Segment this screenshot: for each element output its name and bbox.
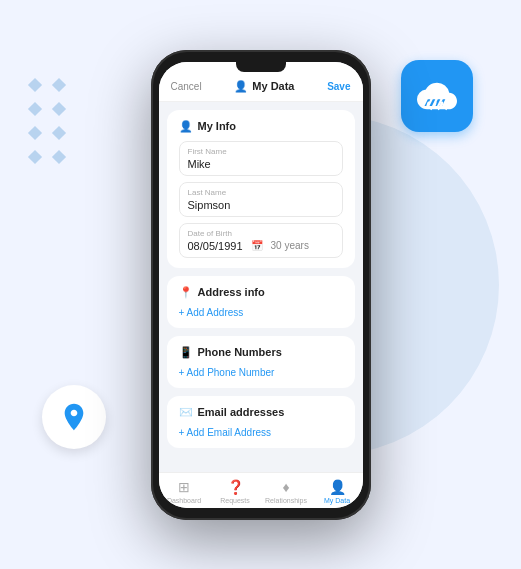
calendar-icon: 📅 xyxy=(251,240,263,251)
nav-item-dashboard[interactable]: ⊞ Dashboard xyxy=(159,479,210,504)
nav-item-relationships[interactable]: ♦ Relationships xyxy=(261,479,312,504)
bottom-nav: ⊞ Dashboard ❓ Requests ♦ Relationships 👤… xyxy=(159,472,363,508)
save-button[interactable]: Save xyxy=(327,81,350,92)
dob-field[interactable]: Date of Birth 08/05/1991 📅 30 years xyxy=(179,223,343,258)
svg-point-5 xyxy=(445,109,447,111)
diamond-3 xyxy=(28,102,42,116)
first-name-value: Mike xyxy=(188,158,334,170)
dashboard-icon: ⊞ xyxy=(178,479,190,495)
dob-label: Date of Birth xyxy=(188,229,334,238)
email-title: Email addresses xyxy=(198,406,285,418)
last-name-value: Sipmson xyxy=(188,199,334,211)
person-section-icon: 👤 xyxy=(179,120,193,133)
add-phone-button[interactable]: + Add Phone Number xyxy=(179,367,343,378)
phone-header: 📱 Phone Numbers xyxy=(179,346,343,359)
phone-notch xyxy=(236,62,286,72)
header-title: 👤 My Data xyxy=(234,80,294,93)
phone-frame: Cancel 👤 My Data Save 👤 My Info First Na… xyxy=(151,50,371,520)
address-title: Address info xyxy=(198,286,265,298)
my-info-fields: First Name Mike Last Name Sipmson Date o… xyxy=(179,141,343,258)
phone-card: 📱 Phone Numbers + Add Phone Number xyxy=(167,336,355,388)
svg-point-1 xyxy=(430,109,432,111)
last-name-field[interactable]: Last Name Sipmson xyxy=(179,182,343,217)
email-section-icon: ✉️ xyxy=(179,406,193,419)
requests-icon: ❓ xyxy=(227,479,244,495)
diamond-4 xyxy=(52,102,66,116)
email-card: ✉️ Email addresses + Add Email Address xyxy=(167,396,355,448)
screen-content: 👤 My Info First Name Mike Last Name Sipm… xyxy=(159,102,363,472)
first-name-label: First Name xyxy=(188,147,334,156)
email-header: ✉️ Email addresses xyxy=(179,406,343,419)
first-name-field[interactable]: First Name Mike xyxy=(179,141,343,176)
page-title: My Data xyxy=(252,80,294,92)
person-icon: 👤 xyxy=(234,80,248,93)
diamond-6 xyxy=(52,126,66,140)
screen-header: Cancel 👤 My Data Save xyxy=(159,74,363,102)
svg-point-2 xyxy=(435,104,437,106)
add-address-button[interactable]: + Add Address xyxy=(179,307,343,318)
cloud-rain-icon xyxy=(417,76,457,116)
nav-label-requests: Requests xyxy=(220,497,250,504)
add-email-button[interactable]: + Add Email Address xyxy=(179,427,343,438)
address-card: 📍 Address info + Add Address xyxy=(167,276,355,328)
location-pin-icon xyxy=(58,401,90,433)
nav-item-requests[interactable]: ❓ Requests xyxy=(210,479,261,504)
cloud-icon-box xyxy=(401,60,473,132)
svg-point-3 xyxy=(438,109,440,111)
relationships-icon: ♦ xyxy=(282,479,289,495)
nav-item-mydata[interactable]: 👤 My Data xyxy=(312,479,363,504)
diamond-8 xyxy=(52,150,66,164)
diamond-5 xyxy=(28,126,42,140)
address-header: 📍 Address info xyxy=(179,286,343,299)
mydata-icon: 👤 xyxy=(329,479,346,495)
dob-row: 08/05/1991 📅 30 years xyxy=(188,240,334,252)
diamond-2 xyxy=(52,78,66,92)
phone-section-icon: 📱 xyxy=(179,346,193,359)
last-name-label: Last Name xyxy=(188,188,334,197)
nav-label-mydata: My Data xyxy=(324,497,350,504)
phone-screen: Cancel 👤 My Data Save 👤 My Info First Na… xyxy=(159,62,363,508)
diamond-1 xyxy=(28,78,42,92)
phone-title: Phone Numbers xyxy=(198,346,282,358)
cancel-button[interactable]: Cancel xyxy=(171,81,202,92)
my-info-title: My Info xyxy=(198,120,237,132)
svg-point-0 xyxy=(427,104,429,106)
svg-point-4 xyxy=(442,104,444,106)
nav-label-relationships: Relationships xyxy=(265,497,307,504)
location-section-icon: 📍 xyxy=(179,286,193,299)
my-info-card: 👤 My Info First Name Mike Last Name Sipm… xyxy=(167,110,355,268)
nav-label-dashboard: Dashboard xyxy=(167,497,201,504)
my-info-header: 👤 My Info xyxy=(179,120,343,133)
decorative-diamonds xyxy=(30,80,64,162)
location-icon-box xyxy=(42,385,106,449)
diamond-7 xyxy=(28,150,42,164)
age-value: 30 years xyxy=(271,240,309,251)
dob-value: 08/05/1991 xyxy=(188,240,243,252)
